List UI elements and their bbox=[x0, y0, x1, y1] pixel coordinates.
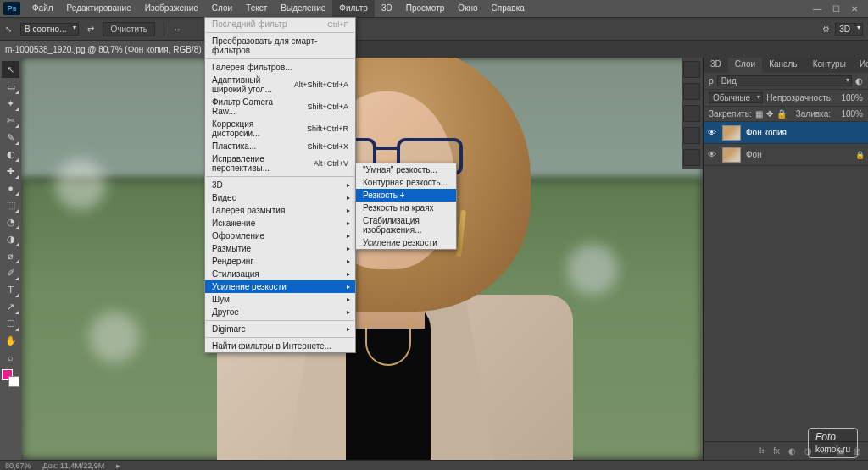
link-icon[interactable]: ⠷ bbox=[759, 446, 765, 456]
visibility-icon[interactable]: 👁 bbox=[707, 128, 717, 137]
max-icon[interactable]: ☐ bbox=[831, 4, 841, 14]
zoom-value[interactable]: 80,67% bbox=[5, 462, 31, 470]
swap-icon[interactable]: ⇄ bbox=[87, 25, 94, 34]
lock-pixels-icon[interactable]: ▦ bbox=[755, 109, 763, 119]
opacity-value[interactable]: 100% bbox=[837, 93, 863, 102]
lock-all-icon[interactable]: 🔒 bbox=[776, 109, 787, 119]
menu-редактирование[interactable]: Редактирование bbox=[60, 0, 138, 17]
layer-thumb[interactable] bbox=[722, 125, 741, 141]
menu-item[interactable]: Галерея фильтров... bbox=[205, 61, 355, 74]
menu-фильтр[interactable]: Фильтр bbox=[332, 0, 375, 17]
menu-item[interactable]: Галерея размытия bbox=[205, 204, 355, 217]
status-arrow-icon[interactable]: ▸ bbox=[116, 462, 120, 470]
tool[interactable]: ⌀ bbox=[2, 247, 19, 264]
3d-dropdown[interactable]: 3D bbox=[835, 23, 863, 36]
menu-item[interactable]: Коррекция дисторсии...Shift+Ctrl+R bbox=[205, 118, 355, 140]
background-swatch[interactable] bbox=[8, 376, 19, 387]
tool[interactable]: ☐ bbox=[2, 315, 19, 332]
submenu-item[interactable]: Резкость + bbox=[356, 189, 456, 202]
menu-выделение[interactable]: Выделение bbox=[274, 0, 332, 17]
submenu-item[interactable]: Усиление резкости bbox=[356, 236, 456, 249]
clear-button[interactable]: Очистить bbox=[103, 22, 155, 36]
tool[interactable]: ↗ bbox=[2, 298, 19, 315]
close-icon[interactable]: ✕ bbox=[849, 4, 860, 14]
menu-item[interactable]: Оформление bbox=[205, 229, 355, 242]
document-image bbox=[21, 58, 703, 460]
gear-icon[interactable]: ⚙ bbox=[822, 25, 830, 34]
menu-справка[interactable]: Справка bbox=[485, 0, 531, 17]
menu-item[interactable]: Исправление перспективы...Alt+Ctrl+V bbox=[205, 152, 355, 174]
fx-icon[interactable]: fx bbox=[773, 446, 780, 456]
tool[interactable]: ✋ bbox=[2, 332, 19, 349]
fill-value[interactable]: 100% bbox=[834, 109, 863, 119]
submenu-item[interactable]: "Умная" резкость... bbox=[356, 163, 456, 176]
layer-thumb[interactable] bbox=[722, 147, 741, 163]
menu-item[interactable]: Digimarc bbox=[205, 323, 355, 335]
panel-tab[interactable]: Слои bbox=[728, 58, 762, 73]
menu-item[interactable]: Адаптивный широкий угол...Alt+Shift+Ctrl… bbox=[205, 74, 355, 96]
visibility-icon[interactable]: 👁 bbox=[707, 150, 717, 159]
menu-файл[interactable]: Файл bbox=[25, 0, 60, 17]
layer-row[interactable]: 👁Фон🔒 bbox=[704, 144, 868, 166]
tool[interactable]: ✦ bbox=[2, 95, 19, 112]
panel-tab[interactable]: История bbox=[853, 58, 868, 73]
menu-item[interactable]: Преобразовать для смарт-фильтров bbox=[205, 35, 355, 57]
dock-item[interactable] bbox=[683, 83, 700, 100]
menu-item[interactable]: Пластика...Shift+Ctrl+X bbox=[205, 140, 355, 152]
menu-слои[interactable]: Слои bbox=[205, 0, 239, 17]
tool[interactable]: ◑ bbox=[2, 230, 19, 247]
panel-tabs: 3DСлоиКаналыКонтурыИстория bbox=[704, 58, 868, 73]
dock-item[interactable] bbox=[683, 149, 700, 166]
menu-item[interactable]: Искажение bbox=[205, 217, 355, 229]
submenu-item[interactable]: Резкость на краях bbox=[356, 202, 456, 214]
tool[interactable]: ✄ bbox=[2, 112, 19, 129]
layer-name: Фон bbox=[746, 150, 762, 159]
dock-item[interactable] bbox=[683, 127, 700, 144]
menu-изображение[interactable]: Изображение bbox=[138, 0, 205, 17]
submenu-item[interactable]: Контурная резкость... bbox=[356, 176, 456, 189]
ratio-dropdown[interactable]: В соотно... bbox=[20, 23, 79, 36]
blend-dropdown[interactable]: Обычные bbox=[709, 92, 763, 103]
menu-item[interactable]: Стилизация bbox=[205, 268, 355, 280]
menu-окно[interactable]: Окно bbox=[451, 0, 484, 17]
mask-icon[interactable]: ◐ bbox=[788, 446, 796, 456]
panel-tab[interactable]: 3D bbox=[704, 58, 728, 73]
tool[interactable]: ● bbox=[2, 180, 19, 196]
menu-item[interactable]: Видео bbox=[205, 191, 355, 204]
min-icon[interactable]: — bbox=[812, 4, 822, 14]
tool[interactable]: ▭ bbox=[2, 78, 19, 95]
dock-item[interactable] bbox=[683, 105, 700, 122]
tool[interactable]: T bbox=[2, 281, 19, 298]
tool[interactable]: ◐ bbox=[2, 146, 19, 163]
straighten-icon[interactable]: ↔ bbox=[173, 25, 181, 34]
document-tab[interactable]: m-1000538_1920.jpg @ 80,7% (Фон копия, R… bbox=[0, 41, 225, 58]
filter-pill-icon[interactable]: ◐ bbox=[855, 76, 863, 86]
tool[interactable]: ✎ bbox=[2, 129, 19, 146]
lock-position-icon[interactable]: ✥ bbox=[766, 109, 773, 119]
tool[interactable]: ◔ bbox=[2, 213, 19, 230]
menu-item[interactable]: Найти фильтры в Интернете... bbox=[205, 340, 355, 352]
tool[interactable]: ↖ bbox=[2, 61, 19, 78]
panel-tab[interactable]: Контуры bbox=[806, 58, 853, 73]
menu-item[interactable]: Рендеринг bbox=[205, 255, 355, 268]
layer-row[interactable]: 👁Фон копия bbox=[704, 122, 868, 144]
menu-item[interactable]: Размытие bbox=[205, 242, 355, 255]
tool[interactable]: ✐ bbox=[2, 264, 19, 281]
kind-dropdown[interactable]: Вид bbox=[717, 75, 852, 86]
menu-item[interactable]: 3D bbox=[205, 179, 355, 191]
menu-просмотр[interactable]: Просмотр bbox=[399, 0, 452, 17]
dock-item[interactable] bbox=[683, 61, 700, 78]
menu-3d[interactable]: 3D bbox=[375, 0, 399, 17]
submenu-item[interactable]: Стабилизация изображения... bbox=[356, 214, 456, 236]
menu-item[interactable]: Шум bbox=[205, 293, 355, 306]
color-swatches[interactable] bbox=[2, 369, 19, 387]
menu-item[interactable]: Фильтр Camera Raw...Shift+Ctrl+A bbox=[205, 96, 355, 118]
tool[interactable]: ✚ bbox=[2, 163, 19, 180]
panel-tab[interactable]: Каналы bbox=[762, 58, 806, 73]
menu-текст[interactable]: Текст bbox=[239, 0, 274, 17]
tool[interactable]: ⬚ bbox=[2, 196, 19, 213]
menu-item[interactable]: Усиление резкости bbox=[205, 280, 355, 293]
menu-item[interactable]: Другое bbox=[205, 306, 355, 318]
tool[interactable]: ⌕ bbox=[2, 349, 19, 366]
canvas-area[interactable] bbox=[21, 58, 703, 460]
